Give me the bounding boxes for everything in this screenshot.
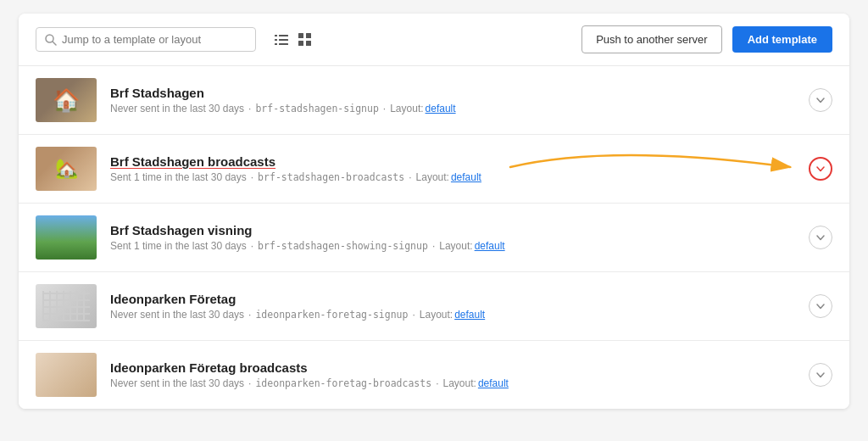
- template-info: Ideonparken FöretagNever sent in the las…: [110, 292, 795, 321]
- template-title[interactable]: Brf Stadshagen visning: [110, 223, 795, 237]
- layout-label: Layout:: [443, 377, 476, 389]
- layout-link[interactable]: default: [478, 377, 509, 389]
- svg-rect-4: [275, 39, 277, 41]
- main-container: Push to another server Add template Brf …: [19, 14, 849, 409]
- template-slug: ideonparken-foretag-broadcasts: [255, 377, 431, 389]
- template-meta: Never sent in the last 30 days·brf-stads…: [110, 103, 795, 114]
- svg-rect-10: [298, 41, 303, 46]
- template-row: Ideonparken Företag broadcastsNever sent…: [19, 341, 849, 409]
- template-title[interactable]: Brf Stadshagen: [110, 86, 795, 100]
- layout-link[interactable]: default: [454, 309, 485, 321]
- meta-separator-2: ·: [436, 377, 438, 389]
- meta-separator-2: ·: [383, 103, 386, 114]
- meta-separator: ·: [248, 103, 251, 114]
- template-meta: Sent 1 time in the last 30 days·brf-stad…: [110, 171, 795, 183]
- svg-rect-2: [275, 35, 277, 36]
- template-title[interactable]: Ideonparken Företag: [110, 292, 795, 306]
- template-slug: brf-stadshagen-broadcasts: [258, 171, 404, 183]
- meta-separator-2: ·: [432, 240, 435, 252]
- svg-rect-5: [279, 39, 288, 41]
- meta-separator: ·: [248, 309, 251, 321]
- meta-separator: ·: [251, 171, 253, 183]
- template-info: Brf StadshagenNever sent in the last 30 …: [110, 86, 795, 114]
- template-row: Ideonparken FöretagNever sent in the las…: [19, 272, 849, 341]
- meta-separator: ·: [248, 377, 251, 389]
- toolbar: Push to another server Add template: [19, 14, 849, 66]
- template-thumbnail: [36, 78, 97, 122]
- search-icon: [45, 34, 57, 46]
- list-view-button[interactable]: [273, 31, 290, 48]
- template-meta: Never sent in the last 30 days·ideonpark…: [110, 309, 795, 321]
- layout-label: Layout:: [416, 171, 449, 183]
- layout-label: Layout:: [390, 103, 423, 114]
- template-title[interactable]: Brf Stadshagen broadcasts: [110, 154, 795, 169]
- svg-rect-7: [279, 43, 288, 45]
- template-slug: brf-stadshagen-signup: [255, 103, 378, 114]
- search-wrap: [36, 27, 256, 52]
- meta-separator-2: ·: [409, 171, 411, 183]
- svg-line-1: [53, 42, 56, 45]
- template-dropdown-button[interactable]: [809, 294, 832, 318]
- template-row: Brf Stadshagen visningSent 1 time in the…: [19, 204, 849, 272]
- view-icons: [273, 31, 314, 48]
- template-sent-status: Sent 1 time in the last 30 days: [110, 171, 247, 183]
- template-dropdown-button[interactable]: [809, 363, 832, 387]
- template-info: Brf Stadshagen visningSent 1 time in the…: [110, 223, 795, 252]
- search-input[interactable]: [62, 33, 247, 46]
- template-row: Brf Stadshagen broadcastsSent 1 time in …: [19, 135, 849, 204]
- template-sent-status: Never sent in the last 30 days: [110, 309, 244, 321]
- svg-rect-6: [275, 43, 277, 45]
- template-thumbnail: [36, 284, 97, 328]
- layout-label: Layout:: [439, 240, 472, 252]
- meta-separator-2: ·: [412, 309, 415, 321]
- svg-rect-8: [298, 33, 303, 38]
- svg-rect-11: [306, 41, 311, 46]
- template-thumbnail: [36, 353, 97, 397]
- layout-link[interactable]: default: [451, 171, 481, 183]
- layout-link[interactable]: default: [475, 240, 505, 252]
- svg-rect-3: [279, 35, 288, 36]
- template-title[interactable]: Ideonparken Företag broadcasts: [110, 360, 795, 375]
- template-sent-status: Never sent in the last 30 days: [110, 103, 244, 114]
- template-thumbnail: [36, 215, 97, 260]
- template-slug: ideonparken-foretag-signup: [255, 309, 408, 321]
- grid-view-button[interactable]: [297, 31, 314, 48]
- template-info: Ideonparken Företag broadcastsNever sent…: [110, 360, 795, 389]
- meta-separator: ·: [251, 240, 253, 252]
- layout-label: Layout:: [420, 309, 453, 321]
- add-template-button[interactable]: Add template: [732, 26, 832, 53]
- template-info: Brf Stadshagen broadcastsSent 1 time in …: [110, 154, 795, 183]
- template-dropdown-button[interactable]: [809, 226, 832, 249]
- template-list: Brf StadshagenNever sent in the last 30 …: [19, 66, 849, 409]
- template-title-underlined: Brf Stadshagen broadcasts: [110, 154, 275, 169]
- template-thumbnail: [36, 147, 97, 191]
- layout-link[interactable]: default: [426, 103, 456, 114]
- template-row: Brf StadshagenNever sent in the last 30 …: [19, 66, 849, 135]
- template-slug: brf-stadshagen-showing-signup: [258, 240, 428, 252]
- template-sent-status: Sent 1 time in the last 30 days: [110, 240, 247, 252]
- push-to-server-button[interactable]: Push to another server: [581, 25, 722, 53]
- svg-rect-9: [306, 33, 311, 38]
- template-meta: Never sent in the last 30 days·ideonpark…: [110, 377, 795, 389]
- template-dropdown-button[interactable]: [809, 157, 832, 181]
- template-meta: Sent 1 time in the last 30 days·brf-stad…: [110, 240, 795, 252]
- template-dropdown-button[interactable]: [809, 88, 832, 112]
- template-sent-status: Never sent in the last 30 days: [110, 377, 244, 389]
